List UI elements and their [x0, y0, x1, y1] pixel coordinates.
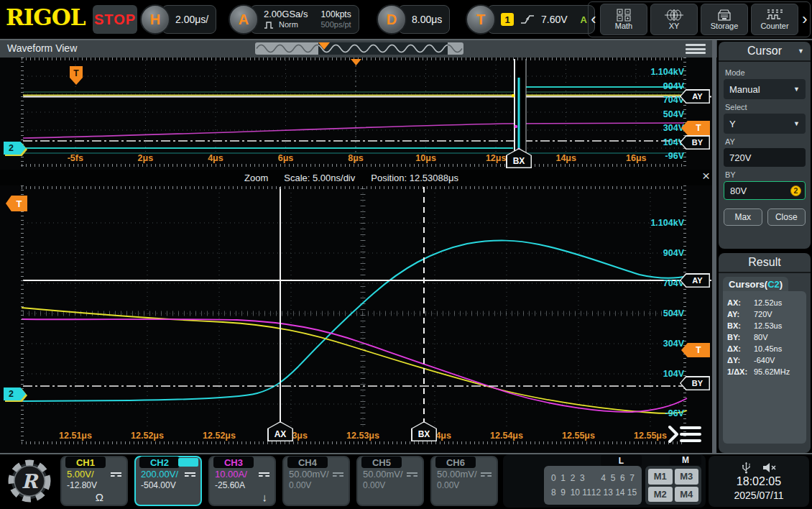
channel-card-ch6[interactable]: CH6 50.00mV/ 0.00V: [430, 456, 498, 506]
y-axis-tick-label: 1.104kV: [650, 68, 684, 82]
x-axis-tick-label: 8μs: [320, 153, 391, 163]
zoom-by-marker[interactable]: BY: [680, 376, 710, 390]
ch4-tab[interactable]: CH4: [287, 457, 328, 468]
zoom-ch2-badge[interactable]: 2: [4, 388, 26, 400]
mode-dropdown[interactable]: Manual ▼: [724, 79, 806, 99]
result-row-label: BY:: [727, 333, 754, 341]
speaker-muted-icon[interactable]: [762, 462, 776, 473]
zoom-y-axis-labels: 1.104kV904V704V504V304V104V-96V: [650, 219, 684, 439]
chevron-down-icon: ▼: [798, 47, 804, 55]
waveform-view-title: Waveform View: [7, 42, 77, 54]
oscilloscope-screen: RIGOL STOP H 2.00μs/ A 2.00GSa/s Norm 10…: [0, 0, 812, 509]
channel-row: CH1 5.00V/ -12.80V Ω CH2 200.00V/ -504.0…: [60, 456, 498, 506]
math-channel-button[interactable]: M4: [675, 487, 699, 503]
y-axis-tick-label: 104V: [663, 370, 684, 400]
x-axis-tick-label: 2μs: [111, 153, 181, 163]
usb-icon: [742, 462, 751, 474]
by-value-input[interactable]: 80V 2: [724, 181, 806, 200]
horizontal-key-icon[interactable]: H: [140, 4, 170, 35]
menu-next-arrow[interactable]: ›: [801, 12, 808, 27]
channel-card-ch3[interactable]: CH3 10.00A/ -25.60A ↓: [208, 456, 276, 506]
zoom-scale-label: Scale:: [284, 173, 310, 183]
math-channel-button[interactable]: M1: [648, 469, 673, 485]
ch6-tab[interactable]: CH6: [435, 457, 476, 468]
record-overview-strip[interactable]: [255, 42, 463, 55]
zoom-close-icon[interactable]: ×: [702, 168, 710, 184]
ay-value-input[interactable]: 720V: [724, 148, 806, 167]
horizontal-settings-button[interactable]: H 2.00μs/: [140, 4, 216, 35]
overview-ay-marker[interactable]: AY: [680, 89, 710, 104]
overview-by-marker[interactable]: BY: [680, 135, 710, 150]
ch5-tab[interactable]: CH5: [361, 457, 402, 468]
y-axis-tick-label: 504V: [663, 110, 684, 124]
ch3-trace: [22, 319, 687, 412]
x-axis-tick-label: 12.52μs: [183, 431, 255, 441]
result-row-value: 10.45ns: [754, 344, 782, 353]
math-channel-button[interactable]: M3: [675, 469, 699, 485]
result-row-value: 720V: [754, 310, 772, 318]
zoom-context-menu-icon[interactable]: [668, 424, 701, 446]
delay-settings-button[interactable]: D 8.00μs: [377, 4, 450, 35]
system-date[interactable]: 2025/07/11: [734, 490, 783, 501]
logic-digits: 8 9 10 11: [551, 487, 591, 497]
ch5-scale: 50.00mV/: [363, 469, 403, 480]
overview-plot[interactable]: T 2 -5fs2μs4μs6μs8μs10μs12μs14μs16μs 1.1…: [0, 58, 717, 170]
ch1-tab[interactable]: CH1: [65, 457, 106, 468]
trigger-level-value: 7.60V: [541, 14, 568, 25]
math-button[interactable]: Math: [600, 4, 647, 35]
result-row-label: ΔY:: [727, 356, 754, 364]
zoom-title: Zoom: [244, 173, 268, 183]
channel-card-ch1[interactable]: CH1 5.00V/ -12.80V Ω: [60, 456, 128, 506]
panel-divider: [712, 40, 716, 453]
cursor-panel: Cursor ▼ Mode Manual ▼ Select Y ▼ AY 720…: [719, 42, 811, 249]
dc-coupling-icon: [111, 472, 121, 477]
zoom-plot[interactable]: T 2 12.51μs12.52μs12.52μs12.53μs12.53μs1…: [0, 185, 717, 453]
acquire-key-icon[interactable]: A: [229, 4, 259, 35]
waveform-menu-icon[interactable]: [686, 44, 706, 54]
close-button[interactable]: Close: [767, 208, 806, 226]
math-tab[interactable]: M: [670, 455, 701, 465]
overview-ch2-badge[interactable]: 2: [4, 142, 26, 155]
result-panel: Result Cursors(C2) AX: 12.52us AY: 720V: [719, 253, 811, 453]
logic-channels-box[interactable]: 0 1 2 34 5 6 7 8 9 10 1112 13 14 15: [544, 466, 642, 505]
menu-prev-arrow[interactable]: ‹: [590, 12, 597, 27]
x-axis-tick-label: 12.51μs: [40, 431, 111, 441]
by-field-label: BY: [725, 170, 804, 179]
system-time[interactable]: 18:02:05: [737, 475, 781, 488]
logic-digits: 0 1 2 3: [551, 473, 585, 483]
memory-depth-value: 100kpts: [321, 9, 351, 19]
select-dropdown[interactable]: Y ▼: [724, 114, 806, 134]
toolbar-menu: ‹ Math XY: [588, 1, 811, 37]
trigger-source-badge: 1: [501, 13, 514, 26]
dc-coupling-icon: [481, 472, 492, 477]
y-axis-tick-label: 904V: [663, 249, 684, 279]
run-stop-button[interactable]: STOP: [93, 5, 137, 34]
math-icon: [617, 9, 631, 22]
logic-tab[interactable]: L: [601, 455, 642, 466]
math-channel-button[interactable]: M2: [648, 487, 673, 503]
trigger-key-icon[interactable]: T: [466, 4, 496, 35]
channel-card-ch5[interactable]: CH5 50.00mV/ 0.00V: [356, 456, 424, 506]
xy-button[interactable]: XY: [650, 4, 698, 35]
ch3-tab[interactable]: CH3: [213, 457, 254, 468]
rigol-gear-logo[interactable]: R: [6, 457, 53, 505]
cursors-result-tab[interactable]: Cursors(C2): [723, 277, 788, 291]
zoom-left-ruler: [21, 185, 24, 444]
counter-button[interactable]: Counter: [751, 4, 798, 35]
result-row: AY: 720V: [727, 310, 802, 318]
cursor-panel-title-bar[interactable]: Cursor ▼: [719, 42, 811, 62]
ch5-offset: 0.00V: [363, 480, 385, 490]
channel-card-ch4[interactable]: CH4 50.00mV/ 0.00V: [282, 456, 350, 506]
ch2-tab[interactable]: CH2: [139, 457, 180, 468]
storage-icon: [716, 9, 732, 22]
trigger-settings-button[interactable]: T 1 7.60V A: [466, 4, 595, 35]
acquire-settings-button[interactable]: A 2.00GSa/s Norm 100kpts 500ps/pt: [229, 4, 359, 35]
rising-edge-icon: [520, 14, 535, 25]
chevron-down-icon: ▼: [793, 120, 800, 127]
cursors-result-card[interactable]: Cursors(C2) AX: 12.52us AY: 720V BX:: [723, 277, 806, 444]
zoom-ay-marker[interactable]: AY: [680, 273, 710, 288]
max-button[interactable]: Max: [724, 208, 762, 226]
storage-button[interactable]: Storage: [701, 4, 748, 35]
channel-card-ch2[interactable]: CH2 200.00V/ -504.00V: [134, 456, 202, 506]
delay-key-icon[interactable]: D: [377, 4, 407, 35]
